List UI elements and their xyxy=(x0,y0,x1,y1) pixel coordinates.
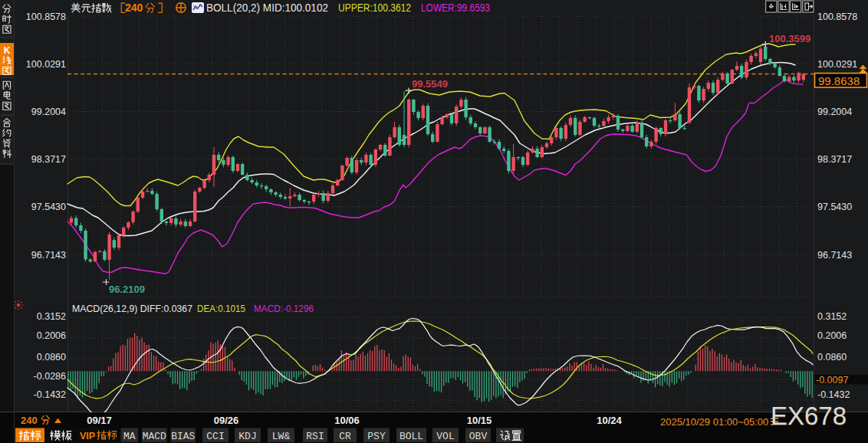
svg-text:240: 240 xyxy=(21,415,38,426)
svg-text:LOWER:99.6593: LOWER:99.6593 xyxy=(421,2,490,14)
svg-text:98.3717: 98.3717 xyxy=(817,154,852,165)
svg-text:MACD: MACD xyxy=(143,431,166,442)
svg-text:BOLL(20,2) MID:100.0102: BOLL(20,2) MID:100.0102 xyxy=(206,2,328,14)
svg-text:0.0860: 0.0860 xyxy=(37,352,66,363)
svg-text:2025/10/29 01:00~05:00: 2025/10/29 01:00~05:00 xyxy=(660,416,768,428)
svg-text:0.3152: 0.3152 xyxy=(817,311,847,322)
svg-text:MA: MA xyxy=(123,431,136,442)
svg-text:CCI: CCI xyxy=(206,431,224,442)
svg-text:0.2006: 0.2006 xyxy=(37,330,66,341)
svg-text:96.7143: 96.7143 xyxy=(31,250,66,261)
svg-text:-0.0097: -0.0097 xyxy=(816,375,848,386)
svg-text:09/26: 09/26 xyxy=(214,415,239,426)
svg-text:100.8578: 100.8578 xyxy=(817,11,857,22)
svg-text:K: K xyxy=(4,45,11,56)
svg-text:BOLL: BOLL xyxy=(399,431,423,442)
svg-text:96.2109: 96.2109 xyxy=(109,284,145,295)
svg-text:100.8578: 100.8578 xyxy=(26,11,66,22)
svg-text:97.5430: 97.5430 xyxy=(31,202,66,212)
svg-text:VOL: VOL xyxy=(436,431,454,442)
svg-text:-0.1432: -0.1432 xyxy=(817,389,850,400)
svg-text:10/15: 10/15 xyxy=(467,415,492,426)
svg-text:VIP: VIP xyxy=(80,431,95,441)
svg-text:BIAS: BIAS xyxy=(171,431,195,442)
svg-text:97.5430: 97.5430 xyxy=(817,202,852,212)
svg-text:-0.1432: -0.1432 xyxy=(34,389,66,400)
svg-text:DEA:0.1015: DEA:0.1015 xyxy=(197,303,245,314)
svg-text:240: 240 xyxy=(125,2,143,14)
svg-text:0.0860: 0.0860 xyxy=(817,352,847,363)
svg-text:99.8638: 99.8638 xyxy=(818,74,860,87)
svg-text:0.3152: 0.3152 xyxy=(37,311,66,322)
svg-text:99.2004: 99.2004 xyxy=(817,107,852,117)
svg-text:OBV: OBV xyxy=(469,431,488,442)
svg-text:10/24: 10/24 xyxy=(597,415,622,426)
svg-text:0.2006: 0.2006 xyxy=(817,330,847,341)
svg-text:-0.0286: -0.0286 xyxy=(34,371,66,382)
svg-text:99.2004: 99.2004 xyxy=(31,107,66,117)
svg-text:UPPER:100.3612: UPPER:100.3612 xyxy=(338,2,411,14)
svg-text:98.3717: 98.3717 xyxy=(31,154,66,165)
svg-text:LW&: LW& xyxy=(272,431,291,442)
svg-text:09/17: 09/17 xyxy=(87,415,112,426)
svg-text:100.0291: 100.0291 xyxy=(817,59,857,70)
svg-text:RSI: RSI xyxy=(306,431,324,442)
svg-text:CR: CR xyxy=(339,431,351,442)
svg-text:100.0291: 100.0291 xyxy=(26,59,66,70)
svg-text:MACD:-0.1296: MACD:-0.1296 xyxy=(254,303,314,314)
svg-text:EX678: EX678 xyxy=(771,402,847,430)
svg-text:KDJ: KDJ xyxy=(238,431,256,442)
svg-text:100.3599: 100.3599 xyxy=(769,33,810,44)
svg-text:96.7143: 96.7143 xyxy=(817,250,852,261)
svg-text:99.5549: 99.5549 xyxy=(412,78,448,90)
svg-text:MACD(26,12,9) DIFF:0.0367: MACD(26,12,9) DIFF:0.0367 xyxy=(72,303,192,314)
svg-text:10/06: 10/06 xyxy=(334,415,360,426)
svg-text:PSY: PSY xyxy=(367,431,386,442)
